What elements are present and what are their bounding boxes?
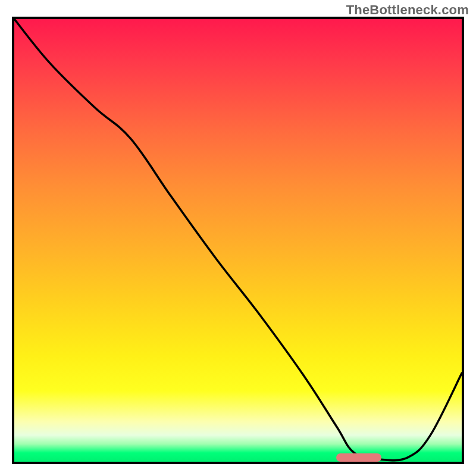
- chart-frame: TheBottleneck.com: [0, 0, 476, 476]
- plot-area: [12, 17, 464, 464]
- optimal-range-marker: [336, 453, 381, 462]
- bottleneck-curve: [14, 19, 462, 462]
- watermark-text: TheBottleneck.com: [346, 2, 469, 18]
